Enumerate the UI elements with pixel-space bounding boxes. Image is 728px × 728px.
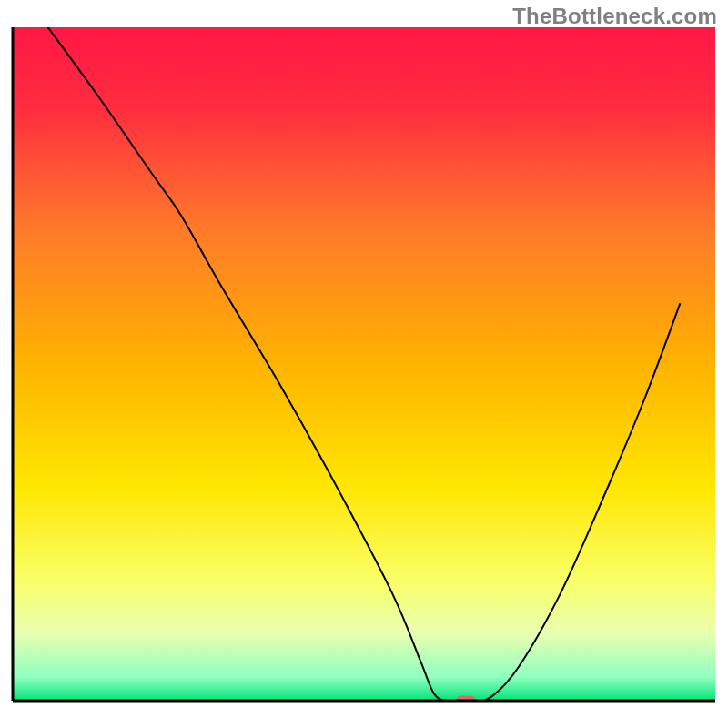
watermark-text: TheBottleneck.com xyxy=(512,4,717,29)
chart-container: TheBottleneck.com xyxy=(0,0,728,728)
gradient-background xyxy=(13,27,715,701)
bottleneck-chart xyxy=(0,0,728,728)
